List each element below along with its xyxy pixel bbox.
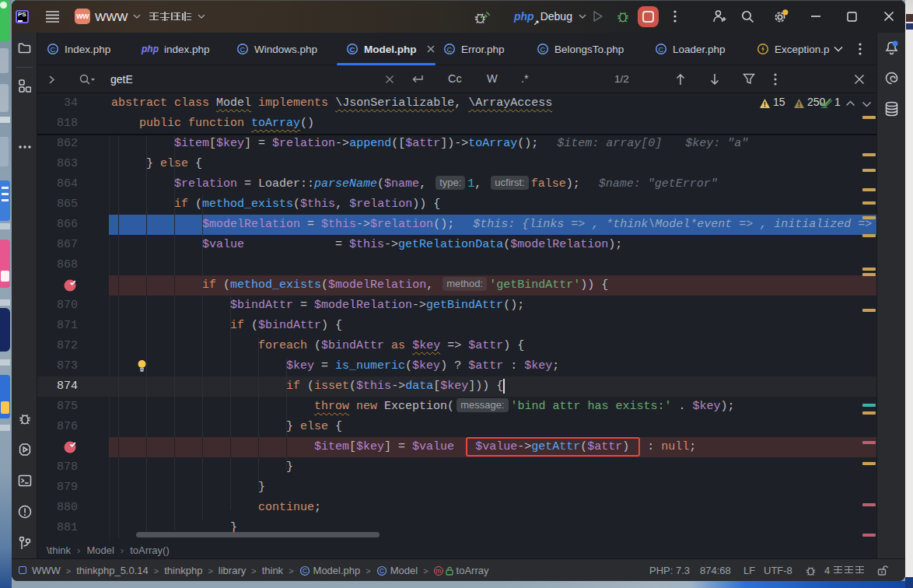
svg-text:C: C (240, 45, 246, 54)
svg-text:C: C (350, 45, 355, 54)
svg-text:C: C (659, 45, 664, 54)
svg-text:C: C (51, 45, 56, 54)
svg-text:C: C (380, 567, 384, 575)
svg-text:C: C (447, 45, 453, 54)
svg-text:C: C (540, 45, 546, 54)
svg-text:C: C (303, 567, 307, 575)
